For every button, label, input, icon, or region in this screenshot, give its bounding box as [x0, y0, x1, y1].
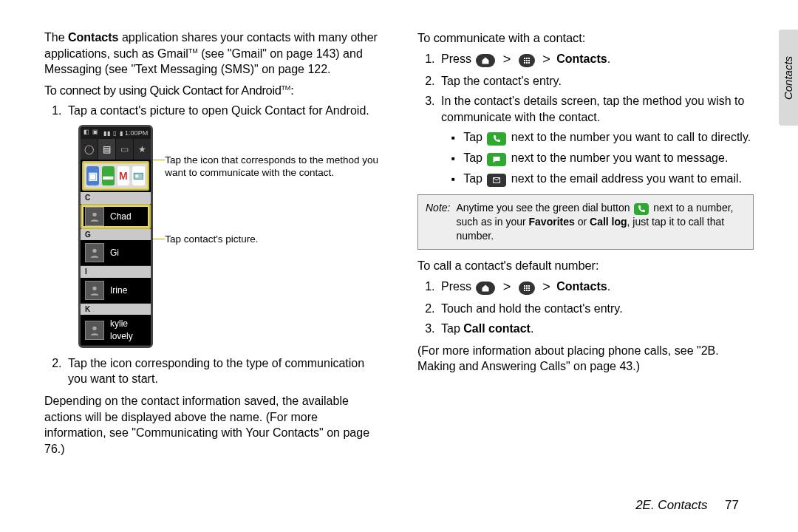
svg-point-3: [92, 249, 96, 253]
contact-row[interactable]: kylie lovely: [81, 315, 151, 345]
text: :: [290, 83, 293, 97]
status-bar: ◧ ▣ ▮▮ ▯ ▮ 1:00PM: [81, 127, 151, 140]
text: Tap: [441, 322, 463, 335]
svg-point-5: [92, 326, 96, 330]
note-label: Note:: [426, 201, 450, 243]
text: next to the number you want to call to d…: [511, 131, 751, 143]
svg-point-4: [92, 287, 96, 290]
step-item: In the contact's details screen, tap the…: [438, 93, 754, 187]
svg-rect-17: [528, 285, 530, 287]
text: next to the number you want to message.: [511, 151, 729, 164]
step-text: In the contact's details screen, tap the…: [441, 95, 744, 123]
home-key-icon: [476, 282, 495, 295]
svg-rect-23: [528, 290, 530, 291]
steps-list-3: Press > > Contacts. Touch and hold the c…: [417, 278, 754, 336]
tab-favorites[interactable]: ★: [134, 139, 151, 160]
text: Press: [441, 52, 474, 65]
trademark-icon: TM: [188, 47, 198, 54]
sub-item: Tap next to the email address you want t…: [451, 171, 754, 187]
contact-name: Irine: [110, 284, 146, 296]
manual-page: Contacts The Contacts application shares…: [0, 0, 798, 532]
svg-rect-15: [524, 285, 525, 287]
status-right: ▮▮ ▯ ▮ 1:00PM: [103, 129, 148, 138]
contact-row[interactable]: Gi: [81, 240, 151, 266]
apps-key-icon: [519, 54, 535, 67]
text: next to the email address you want to em…: [511, 172, 742, 185]
svg-rect-11: [528, 60, 530, 61]
chevron-right-icon: >: [503, 279, 511, 294]
contacts-bold: Contacts: [556, 280, 607, 293]
svg-rect-18: [524, 287, 525, 289]
section-side-tab: Contacts: [779, 30, 798, 126]
quick-contact-sms-icon[interactable]: ▬: [102, 166, 115, 185]
phone-screenshot: ◧ ▣ ▮▮ ▯ ▮ 1:00PM ◯ ▤ ▭ ★: [78, 125, 153, 348]
step-item: Press > > Contacts.: [438, 50, 754, 68]
svg-rect-19: [526, 287, 528, 289]
step-item: Tap Call contact.: [438, 321, 754, 337]
avatar[interactable]: [85, 321, 104, 340]
text: .: [607, 280, 610, 293]
svg-rect-14: [528, 62, 530, 64]
side-tab-label: Contacts: [782, 55, 795, 99]
status-icons-left: ◧ ▣: [83, 129, 99, 138]
step-item: Tap the contact's entry.: [438, 73, 754, 89]
text: .: [607, 52, 610, 65]
calllog-bold: Call log: [590, 216, 627, 228]
tab-contacts[interactable]: ▤: [98, 139, 116, 160]
sub-item: Tap next to the number you want to call …: [451, 129, 754, 146]
quick-contact-info-icon[interactable]: ▣: [86, 166, 99, 185]
contact-list: C Chad G Gi I: [81, 192, 151, 345]
steps-list-1: Tap a contact's picture to open Quick Co…: [44, 103, 381, 387]
contact-name: Chad: [110, 211, 146, 222]
text: Tap: [463, 172, 485, 185]
step-item: Tap the icon corresponding to the type o…: [65, 355, 381, 387]
intro-bold: Contacts: [68, 31, 118, 44]
figure-annotations: Tap the icon that corresponds to the met…: [165, 125, 381, 247]
favorites-bold: Favorites: [529, 216, 575, 228]
svg-rect-21: [524, 290, 525, 291]
home-key-icon: [476, 54, 495, 67]
contact-name: Gi: [110, 247, 146, 259]
text: or: [575, 216, 590, 228]
svg-point-1: [136, 174, 139, 177]
section-heading-communicate: To communicate with a contact:: [417, 30, 754, 46]
section-heading-quick-contact: To connect by using Quick Contact for An…: [44, 82, 381, 98]
avatar[interactable]: [85, 243, 104, 262]
list-divider: K: [81, 304, 151, 316]
svg-rect-20: [528, 287, 530, 289]
text: Press: [441, 280, 474, 293]
contact-row[interactable]: Irine: [81, 278, 151, 304]
post-figure-paragraph: Depending on the contact information sav…: [44, 393, 381, 457]
text: Tap: [463, 151, 485, 164]
svg-rect-16: [526, 285, 528, 287]
footer-page-number: 77: [725, 498, 739, 512]
email-icon: [487, 174, 506, 187]
text: Anytime you see the green dial button: [456, 202, 632, 214]
text: Tap: [463, 131, 485, 143]
quick-contact-gmail-icon[interactable]: M: [117, 166, 130, 185]
heading-text: To connect by using Quick Contact for An…: [44, 83, 281, 97]
text: .: [531, 322, 533, 335]
step-item: Tap a contact's picture to open Quick Co…: [65, 103, 381, 348]
svg-rect-22: [526, 290, 528, 291]
right-column: To communicate with a contact: Press > >…: [417, 30, 754, 461]
tab-dialer[interactable]: ◯: [81, 139, 98, 160]
quick-contact-picture-icon[interactable]: [132, 166, 145, 185]
svg-rect-9: [524, 60, 525, 61]
avatar[interactable]: [85, 281, 104, 300]
tab-groups[interactable]: ▭: [116, 139, 134, 160]
page-footer: 2E. Contacts 77: [635, 498, 739, 513]
phone-icon: [634, 203, 649, 215]
avatar[interactable]: [85, 207, 104, 226]
call-contact-bold: Call contact: [463, 322, 531, 335]
note-box: Note: Anytime you see the green dial but…: [417, 194, 754, 250]
message-icon: [487, 153, 506, 166]
chevron-right-icon: >: [542, 279, 550, 294]
list-divider: G: [81, 229, 151, 241]
sub-item: Tap next to the number you want to messa…: [451, 150, 754, 166]
chevron-right-icon: >: [503, 52, 511, 66]
apps-key-icon: [519, 282, 535, 295]
quick-contact-bar[interactable]: ▣ ▬ M: [82, 161, 149, 191]
contact-name: kylie lovely: [110, 318, 146, 341]
contact-row-highlighted[interactable]: Chad: [81, 204, 151, 229]
